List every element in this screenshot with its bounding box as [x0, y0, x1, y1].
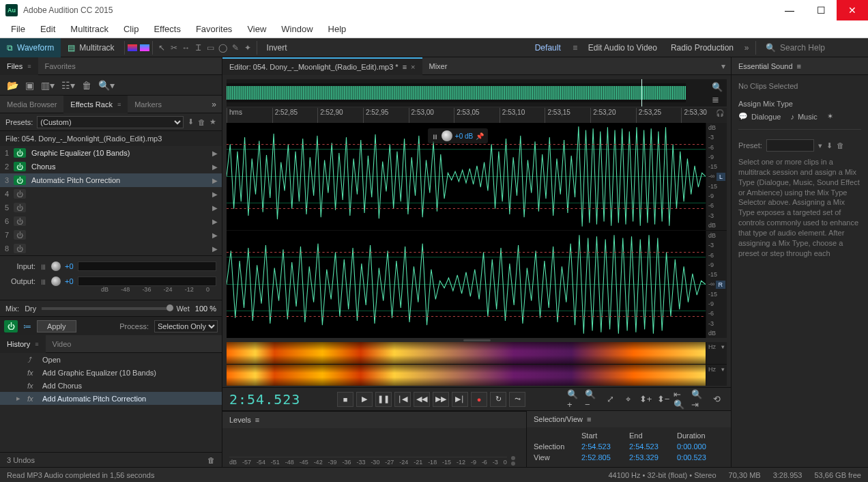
sv-value[interactable]: 0:00.000: [677, 442, 718, 451]
fx-power-icon[interactable]: ⏻: [14, 230, 26, 240]
menu-edit[interactable]: Edit: [35, 22, 61, 36]
mix-percent[interactable]: 100 %: [195, 304, 216, 313]
mix-type-sfx[interactable]: ✶: [827, 112, 833, 121]
sv-value[interactable]: 2:53.329: [629, 453, 670, 462]
spectrogram-area[interactable]: Hz▾ Hz▾: [227, 342, 727, 386]
hud-pin-icon[interactable]: 📌: [476, 132, 484, 140]
process-select[interactable]: Selection Only: [154, 320, 218, 332]
mode-multitrack-button[interactable]: ▤ Multitrack: [61, 38, 121, 57]
panel-menu-icon[interactable]: ≡: [27, 63, 31, 70]
zoom-out-time-icon[interactable]: 🔍−: [585, 393, 600, 406]
overview-waveform[interactable]: 🔍 ≣: [227, 79, 727, 107]
stop-button[interactable]: ■: [337, 392, 353, 407]
sv-value[interactable]: 2:52.805: [581, 453, 622, 462]
mix-type-music[interactable]: ♪Music: [790, 113, 817, 121]
fx-slot[interactable]: 4 ⏻ ▶: [0, 187, 222, 201]
new-file-icon[interactable]: ▣: [25, 80, 34, 91]
prev-button[interactable]: ∣◀: [394, 392, 411, 407]
zoom-full-icon[interactable]: ⤢: [603, 393, 618, 406]
loop-button[interactable]: ↻: [490, 392, 506, 407]
knob-icon[interactable]: [51, 261, 61, 271]
presets-select[interactable]: (Custom): [37, 116, 184, 128]
chevron-right-icon[interactable]: ▶: [212, 177, 218, 184]
workspace-edit-av[interactable]: Edit Audio to Video: [581, 38, 664, 57]
panel-menu-icon[interactable]: ≡: [117, 101, 121, 108]
zoom-in-amp-icon[interactable]: ⬍+: [638, 393, 653, 406]
favorite-preset-icon[interactable]: ★: [209, 117, 216, 126]
panel-menu-icon[interactable]: ≡: [255, 416, 259, 424]
workspace-default[interactable]: Default: [527, 43, 569, 53]
fx-slot[interactable]: 5 ⏻ ▶: [0, 201, 222, 214]
waveform-right-channel[interactable]: [227, 231, 706, 338]
workspace-overflow-icon[interactable]: »: [740, 42, 753, 54]
volume-hud[interactable]: ⫼ +0 dB 📌: [428, 128, 488, 143]
panel-menu-icon[interactable]: ≡: [35, 341, 38, 348]
lasso-tool-icon[interactable]: ◯: [217, 42, 229, 54]
rewind-button[interactable]: ◀◀: [414, 392, 430, 407]
close-button[interactable]: ✕: [837, 0, 868, 20]
editor-dropdown-icon[interactable]: ▾: [716, 61, 731, 71]
hud-value[interactable]: +0 dB: [455, 132, 473, 140]
history-item[interactable]: ⤴Open: [0, 353, 222, 366]
open-file-icon[interactable]: 📂: [7, 80, 18, 91]
chevron-right-icon[interactable]: ▶: [212, 150, 218, 157]
tab-effects-rack[interactable]: Effects Rack≡: [63, 96, 128, 113]
workspace-radio[interactable]: Radio Production: [664, 38, 740, 57]
tab-favorites[interactable]: Favorites: [38, 57, 83, 75]
fx-slot[interactable]: 8 ⏻ ▶: [0, 242, 222, 255]
delete-preset-icon[interactable]: 🗑: [198, 118, 205, 126]
next-button[interactable]: ▶∣: [452, 392, 468, 407]
pause-button[interactable]: ❚❚: [375, 392, 392, 407]
clip-indicator-r[interactable]: [511, 462, 515, 466]
fx-power-icon[interactable]: ⏻: [14, 216, 26, 226]
apply-button[interactable]: Apply: [37, 320, 76, 332]
search-files-icon[interactable]: 🔍▾: [98, 80, 115, 91]
fx-slot[interactable]: 2 ⏻ Chorus ▶: [0, 160, 222, 173]
zoom-in-in-icon[interactable]: ⇤🔍: [674, 393, 689, 406]
tab-media-browser[interactable]: Media Browser: [0, 96, 63, 113]
fx-power-button[interactable]: ⏻: [4, 320, 18, 332]
save-preset-icon[interactable]: ⬇: [826, 141, 833, 150]
chevron-right-icon[interactable]: ▶: [212, 231, 218, 239]
fx-list-toggle-icon[interactable]: ≔: [23, 322, 31, 331]
play-button[interactable]: ▶: [356, 392, 373, 407]
preset-select[interactable]: [766, 139, 814, 152]
skip-selection-button[interactable]: ⤳: [509, 392, 525, 407]
tab-video[interactable]: Video: [46, 335, 78, 353]
mix-slider[interactable]: [42, 307, 171, 310]
sv-value[interactable]: 0:00.523: [677, 453, 718, 462]
fx-power-icon[interactable]: ⏻: [14, 162, 26, 171]
hud-knob-icon[interactable]: [442, 130, 452, 141]
spectral-pitch-icon[interactable]: [140, 44, 149, 51]
workspace-menu-icon[interactable]: ≡: [569, 42, 581, 54]
fx-slot[interactable]: 6 ⏻ ▶: [0, 214, 222, 228]
chevron-right-icon[interactable]: ▶: [212, 245, 218, 253]
heal-tool-icon[interactable]: ✦: [242, 42, 254, 54]
sv-value[interactable]: 2:54.523: [629, 442, 670, 451]
menu-effects[interactable]: Effects: [148, 22, 186, 36]
tab-markers[interactable]: Markers: [128, 96, 169, 113]
forward-button[interactable]: ▶▶: [433, 392, 449, 407]
menu-view[interactable]: View: [242, 22, 272, 36]
search-help[interactable]: 🔍 Search Help: [759, 43, 868, 53]
clip-indicator-l[interactable]: [511, 456, 515, 460]
tab-editor[interactable]: Editor: 054. Dony_-_Moonlight_(Radio_Edi…: [222, 57, 422, 75]
panel-menu-icon[interactable]: ≡: [797, 62, 801, 70]
menu-window[interactable]: Window: [276, 22, 318, 36]
save-preset-icon[interactable]: ⬇: [188, 117, 194, 126]
delete-preset-icon[interactable]: 🗑: [837, 141, 844, 150]
zoom-in-time-icon[interactable]: 🔍+: [567, 393, 582, 406]
maximize-button[interactable]: ☐: [805, 0, 837, 20]
panel-overflow-icon[interactable]: »: [206, 100, 222, 109]
fx-power-icon[interactable]: ⏻: [14, 203, 26, 212]
minimize-button[interactable]: —: [774, 0, 805, 20]
sv-value[interactable]: 2:54.523: [581, 442, 622, 451]
zoom-nav-icon[interactable]: 🔍: [712, 82, 723, 92]
marquee-tool-icon[interactable]: ▭: [205, 42, 217, 54]
brush-tool-icon[interactable]: ✎: [229, 42, 242, 54]
record-button[interactable]: ●: [471, 392, 487, 407]
timecode-display[interactable]: 2:54.523: [229, 391, 304, 408]
time-ruler[interactable]: hms2:52,852:52,902:52,952:53,002:53,052:…: [227, 108, 727, 123]
delete-icon[interactable]: 🗑: [82, 80, 91, 91]
chevron-right-icon[interactable]: ▶: [212, 204, 218, 212]
